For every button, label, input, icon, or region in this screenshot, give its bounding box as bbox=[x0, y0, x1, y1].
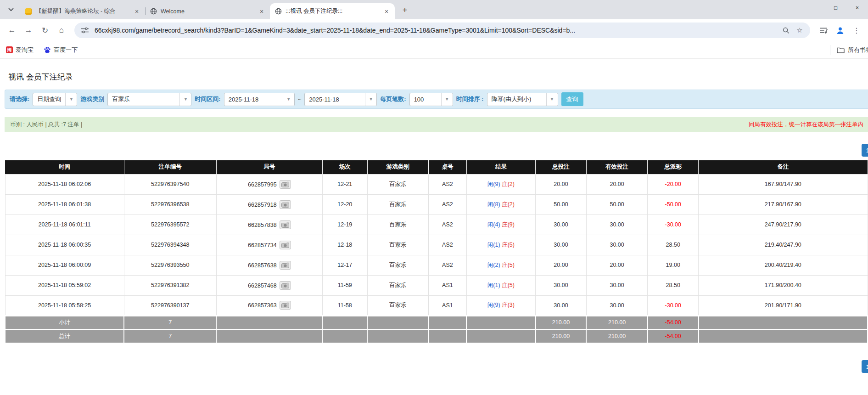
footer-cell bbox=[216, 329, 322, 343]
bookmark-star-icon[interactable]: ☆ bbox=[795, 25, 805, 35]
tune-icon[interactable] bbox=[80, 25, 90, 35]
reload-icon[interactable]: ↻ bbox=[38, 23, 52, 38]
bookmark-aitaobao[interactable]: 淘 爱淘宝 bbox=[6, 46, 34, 54]
cell-total-bet[interactable]: 30.00 bbox=[536, 275, 587, 295]
page-title: 视讯 会员下注纪录 bbox=[8, 72, 868, 82]
bet-records-table: 时间注单编号局号场次游戏类别桌号结果总投注有效投注总派彩备注 2025-11-1… bbox=[5, 160, 868, 344]
query-mode-select[interactable]: 日期查询 ▼ bbox=[33, 93, 77, 106]
cell-total-bet[interactable]: 30.00 bbox=[536, 295, 587, 316]
home-icon[interactable]: ⌂ bbox=[54, 23, 69, 38]
cell-total-bet[interactable]: 50.00 bbox=[536, 194, 587, 214]
cell-round: 662857468 bbox=[216, 275, 322, 295]
back-icon[interactable]: ← bbox=[5, 23, 19, 38]
media-controls-icon[interactable] bbox=[817, 23, 830, 37]
game-type-select[interactable]: 百家乐 ▼ bbox=[107, 93, 191, 106]
all-bookmarks[interactable]: 所有书签 bbox=[830, 45, 868, 55]
close-icon[interactable]: × bbox=[258, 8, 265, 15]
chevron-down-icon[interactable]: ▼ bbox=[546, 93, 558, 106]
tab-welcome[interactable]: Welcome × bbox=[145, 3, 270, 19]
result-banker: 庄(5) bbox=[502, 242, 515, 248]
footer-cell: 210.00 bbox=[586, 329, 647, 343]
cell-session: 11-59 bbox=[322, 275, 367, 295]
select-mode-label: 请选择: bbox=[10, 95, 29, 103]
forum-favicon-icon bbox=[25, 8, 32, 15]
camera-icon[interactable] bbox=[280, 180, 291, 189]
camera-icon[interactable] bbox=[280, 261, 291, 270]
page-size-select[interactable]: 100 ▼ bbox=[409, 93, 453, 106]
date-start-select[interactable]: 2025-11-18 ▼ bbox=[224, 93, 295, 106]
footer-cell bbox=[367, 329, 428, 343]
cell-total-bet[interactable]: 20.00 bbox=[536, 174, 587, 194]
footer-cell: 7 bbox=[124, 329, 216, 343]
url-text[interactable]: 66cxkj98.com/game/betrecord_search/kind3… bbox=[95, 27, 777, 34]
window-close-button[interactable]: × bbox=[846, 0, 868, 16]
cell-round: 662857363 bbox=[216, 295, 322, 316]
footer-cell: -54.00 bbox=[648, 329, 699, 343]
chevron-down-icon[interactable]: ▼ bbox=[283, 93, 294, 106]
cell-result: 闲(4) 庄(9) bbox=[466, 214, 535, 235]
cell-game-type: 百家乐 bbox=[367, 194, 428, 214]
camera-icon[interactable] bbox=[280, 241, 291, 249]
new-tab-button[interactable]: + bbox=[398, 4, 411, 17]
tab-search-button[interactable] bbox=[5, 3, 17, 16]
camera-icon[interactable] bbox=[280, 200, 291, 209]
camera-icon[interactable] bbox=[280, 220, 291, 229]
column-header: 场次 bbox=[322, 160, 367, 174]
column-header: 时间 bbox=[5, 160, 124, 174]
minimize-button[interactable]: ─ bbox=[803, 0, 825, 16]
maximize-button[interactable]: □ bbox=[825, 0, 846, 16]
close-icon[interactable]: × bbox=[383, 8, 390, 15]
page-1-button[interactable]: 1 bbox=[862, 144, 868, 157]
close-icon[interactable]: × bbox=[133, 8, 140, 15]
cell-time: 2025-11-18 05:58:25 bbox=[5, 295, 124, 316]
footer-cell bbox=[466, 329, 535, 343]
camera-icon[interactable] bbox=[280, 281, 291, 290]
round-number: 662857638 bbox=[248, 262, 277, 268]
search-button[interactable]: 查询 bbox=[561, 92, 583, 106]
cell-bet-id: 522976396538 bbox=[124, 194, 216, 214]
forward-icon[interactable]: → bbox=[21, 23, 36, 38]
game-type-label: 游戏类别 bbox=[80, 95, 104, 103]
cell-time: 2025-11-18 06:01:11 bbox=[5, 214, 124, 235]
chevron-down-icon[interactable]: ▼ bbox=[441, 93, 453, 106]
chevron-down-icon[interactable]: ▼ bbox=[179, 93, 191, 106]
profile-avatar-icon[interactable] bbox=[833, 23, 847, 37]
cell-result: 闲(8) 庄(2) bbox=[466, 194, 535, 214]
round-number: 662857734 bbox=[248, 242, 277, 248]
result-banker: 庄(5) bbox=[502, 282, 515, 288]
valid-bet-notice: 同局有效投注，统一计算在该局第一张注单内 bbox=[749, 121, 863, 129]
cell-game-type: 百家乐 bbox=[367, 214, 428, 235]
tab-bet-records[interactable]: :::视讯 会员下注纪录::: × bbox=[270, 3, 395, 19]
page-1-button[interactable]: 1 bbox=[862, 360, 868, 373]
zoom-icon[interactable] bbox=[781, 25, 791, 35]
filter-bar: 请选择: 日期查询 ▼ 游戏类别 百家乐 ▼ 时间区间: 2025-11-18 … bbox=[5, 90, 868, 109]
date-end-select[interactable]: 2025-11-18 ▼ bbox=[304, 93, 377, 106]
cell-session: 12-21 bbox=[322, 174, 367, 194]
browser-menu-icon[interactable]: ⋮ bbox=[850, 23, 863, 37]
cell-round: 662857918 bbox=[216, 194, 322, 214]
cell-session: 11-58 bbox=[322, 295, 367, 316]
window-controls: ─ □ × bbox=[803, 0, 868, 16]
cell-table-no: AS2 bbox=[429, 255, 467, 275]
column-header: 总投注 bbox=[536, 160, 587, 174]
summary-bar: 币别 : 人民币 | 总共 :7 注单 | 同局有效投注，统一计算在该局第一张注… bbox=[5, 117, 868, 132]
cell-valid-bet: 20.00 bbox=[586, 255, 647, 275]
cell-total-bet[interactable]: 30.00 bbox=[536, 235, 587, 255]
bookmarks-bar: 淘 爱淘宝 百度一下 所有书签 bbox=[0, 41, 868, 59]
column-header: 桌号 bbox=[429, 160, 467, 174]
sort-select[interactable]: 降幂(由大到小) ▼ bbox=[487, 93, 558, 106]
cell-total-bet[interactable]: 30.00 bbox=[536, 214, 587, 235]
chevron-down-icon[interactable]: ▼ bbox=[65, 93, 77, 106]
cell-total-bet[interactable]: 20.00 bbox=[536, 255, 587, 275]
address-bar[interactable]: 66cxkj98.com/game/betrecord_search/kind3… bbox=[74, 23, 810, 38]
cell-note: 219.40/247.90 bbox=[699, 235, 868, 255]
tab-forum[interactable]: 【新提醒】海燕策略论坛 - 综合 × bbox=[20, 3, 145, 19]
cell-session: 12-17 bbox=[322, 255, 367, 275]
result-player: 闲(8) bbox=[487, 201, 500, 208]
bookmark-baidu[interactable]: 百度一下 bbox=[44, 46, 78, 54]
cell-time: 2025-11-18 06:01:38 bbox=[5, 194, 124, 214]
camera-icon[interactable] bbox=[280, 301, 291, 310]
subtotal-row: 小计7210.00210.00-54.00 bbox=[5, 316, 868, 329]
chevron-down-icon[interactable]: ▼ bbox=[365, 93, 376, 106]
date-range-label: 时间区间: bbox=[195, 95, 220, 103]
